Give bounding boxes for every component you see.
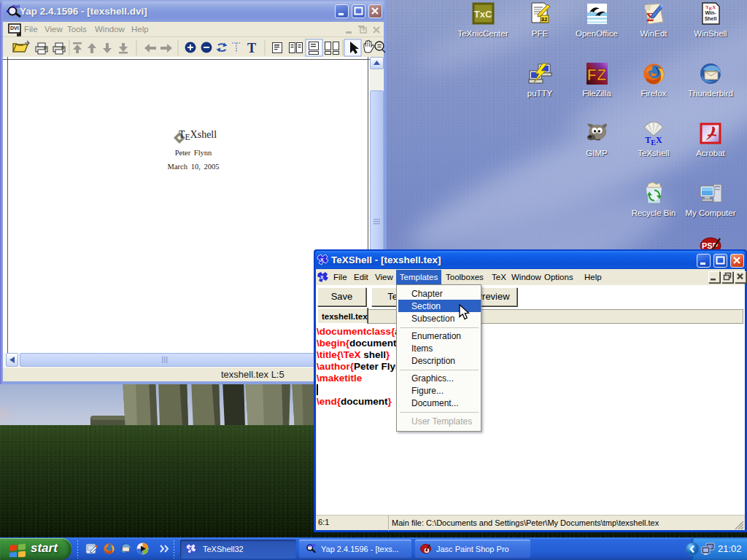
svg-text:TxC: TxC <box>473 9 492 20</box>
svg-text:DVI: DVI <box>309 543 316 548</box>
svg-text:DVI: DVI <box>12 4 20 9</box>
svg-text:X: X <box>320 257 324 262</box>
svg-text:X: X <box>320 275 324 280</box>
svg-text:DVI: DVI <box>10 26 19 31</box>
svg-text:T: T <box>247 41 256 55</box>
svg-text:FZ: FZ <box>587 66 606 84</box>
svg-text:TEX: TEX <box>645 135 662 146</box>
svg-text:Shell: Shell <box>704 16 716 21</box>
svg-text:32: 32 <box>541 16 547 23</box>
svg-text:Win-: Win- <box>705 10 716 15</box>
svg-text:X: X <box>189 546 193 551</box>
